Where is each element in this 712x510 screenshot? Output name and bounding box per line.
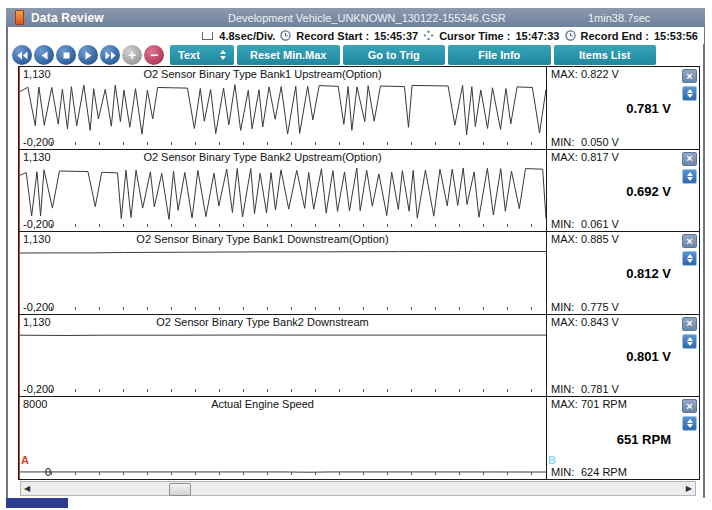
up-arrow-icon xyxy=(687,172,693,176)
min-label: MIN: xyxy=(551,301,581,313)
text-mode-dropdown[interactable]: Text xyxy=(170,45,234,65)
up-arrow-icon xyxy=(687,337,693,341)
min-value-row: MIN:0.050 V xyxy=(551,136,619,148)
clock-icon xyxy=(565,30,576,41)
cursor-a-line xyxy=(19,150,20,232)
down-arrow-icon xyxy=(687,94,693,98)
waveform-plot[interactable]: 1,130 O2 Sensor Binary Type Bank2 Downst… xyxy=(19,315,546,397)
go-to-trig-button[interactable]: Go to Trig xyxy=(343,45,446,65)
time-ticks xyxy=(51,307,542,310)
max-value-row: MAX:0.817 V xyxy=(551,151,619,163)
down-arrow-icon xyxy=(687,424,693,428)
spinner-arrows-icon xyxy=(220,50,226,60)
fast-forward-button[interactable] xyxy=(100,45,120,65)
min-value-row: MIN:0.775 V xyxy=(551,301,619,313)
close-icon: × xyxy=(686,317,692,329)
reorder-channel-button[interactable] xyxy=(682,169,697,184)
record-end-value: 15:53:56 xyxy=(654,30,698,42)
close-channel-button[interactable]: × xyxy=(682,152,697,166)
channel-panel-o2-bank1-downstream: 1,130 O2 Sensor Binary Type Bank1 Downst… xyxy=(19,232,699,315)
current-value: 651 RPM xyxy=(617,432,671,447)
min-label: MIN: xyxy=(551,136,581,148)
cursor-dots-icon xyxy=(423,30,434,41)
step-back-button[interactable] xyxy=(34,45,54,65)
min-label: MIN: xyxy=(551,466,581,478)
time-ticks xyxy=(51,472,542,475)
max-value: 0.885 V xyxy=(581,233,619,245)
waveform-plot[interactable]: 1,130 O2 Sensor Binary Type Bank2 Upstre… xyxy=(19,150,546,232)
time-division-icon xyxy=(202,32,213,40)
zoom-in-button[interactable]: + xyxy=(122,45,142,65)
close-channel-button[interactable]: × xyxy=(682,317,697,331)
reorder-channel-button[interactable] xyxy=(682,251,697,266)
stop-icon xyxy=(62,51,71,60)
scrollbar-thumb[interactable] xyxy=(169,483,191,496)
waveform-plot[interactable]: 8000 Actual Engine Speed 0 A xyxy=(19,397,546,479)
close-icon: × xyxy=(686,152,692,164)
cursor-a-line xyxy=(19,67,20,149)
play-icon xyxy=(84,51,93,60)
cursor-time-label: Cursor Time : xyxy=(439,30,510,42)
horizontal-scrollbar[interactable]: ◀ ▶ xyxy=(20,481,696,496)
zoom-out-button[interactable]: − xyxy=(144,45,164,65)
max-label: MAX: xyxy=(551,233,581,245)
reorder-channel-button[interactable] xyxy=(682,416,697,431)
play-button[interactable] xyxy=(78,45,98,65)
reset-minmax-button[interactable]: Reset Min.Max xyxy=(237,45,340,65)
minus-icon: − xyxy=(150,48,158,62)
max-value-row: MAX:0.843 V xyxy=(551,316,619,328)
stop-button[interactable] xyxy=(56,45,76,65)
channel-panel-engine-speed: 8000 Actual Engine Speed 0 A B MAX:701 R… xyxy=(19,397,699,479)
max-value-row: MAX:0.885 V xyxy=(551,233,619,245)
channel-title: Actual Engine Speed xyxy=(19,398,506,410)
toolbar-buttons: Text Reset Min.Max Go to Trig File Info … xyxy=(170,45,656,65)
min-value-row: MIN:0.061 V xyxy=(551,218,619,230)
reorder-channel-button[interactable] xyxy=(682,86,697,101)
file-info-button[interactable]: File Info xyxy=(448,45,551,65)
max-label: MAX: xyxy=(551,68,581,80)
record-end-label: Record End : xyxy=(581,30,649,42)
cursor-a-line xyxy=(19,397,20,479)
min-label: MIN: xyxy=(551,218,581,230)
min-value-row: MIN:624 RPM xyxy=(551,466,627,478)
window-border-right xyxy=(703,8,705,498)
clock-icon xyxy=(280,30,291,41)
scroll-right-arrow-icon[interactable]: ▶ xyxy=(686,484,692,494)
scale-min-label: -0,200 xyxy=(23,383,54,395)
close-channel-button[interactable]: × xyxy=(682,69,697,83)
close-channel-button[interactable]: × xyxy=(682,234,697,248)
rewind-button[interactable] xyxy=(12,45,32,65)
waveform-plot[interactable]: 1,130 O2 Sensor Binary Type Bank1 Downst… xyxy=(19,232,546,314)
channel-panel-o2-bank2-upstream: 1,130 O2 Sensor Binary Type Bank2 Upstre… xyxy=(19,150,699,233)
toolbar: + − Text Reset Min.Max Go to Trig File I… xyxy=(8,44,704,66)
max-value: 0.822 V xyxy=(581,68,619,80)
min-value: 0.050 V xyxy=(581,136,619,148)
max-label: MAX: xyxy=(551,316,581,328)
value-column: B MAX:701 RPM 651 RPM MIN:624 RPM × xyxy=(546,397,699,479)
value-column: MAX:0.885 V 0.812 V MIN:0.775 V × xyxy=(546,232,699,314)
transport-controls: + − xyxy=(12,45,164,65)
min-value: 0.775 V xyxy=(581,301,619,313)
down-arrow-icon xyxy=(687,259,693,263)
up-arrow-icon xyxy=(687,419,693,423)
scroll-left-arrow-icon[interactable]: ◀ xyxy=(24,484,30,494)
double-left-arrow-icon xyxy=(17,51,28,60)
items-list-button[interactable]: Items List xyxy=(554,45,657,65)
time-ticks xyxy=(51,142,542,145)
current-value: 0.692 V xyxy=(626,184,671,199)
max-value-row: MAX:0.822 V xyxy=(551,68,619,80)
record-start-value: 15:45:37 xyxy=(374,30,418,42)
close-channel-button[interactable]: × xyxy=(682,399,697,413)
info-bar: 4.8sec/Div. Record Start : 15:45:37 Curs… xyxy=(8,27,704,44)
time-ticks xyxy=(51,224,542,227)
time-division-label: 4.8sec/Div. xyxy=(219,30,275,42)
record-start-label: Record Start : xyxy=(296,30,369,42)
channel-title: O2 Sensor Binary Type Bank1 Downstream(O… xyxy=(19,233,506,245)
reorder-channel-button[interactable] xyxy=(682,334,697,349)
waveform-plot[interactable]: 1,130 O2 Sensor Binary Type Bank1 Upstre… xyxy=(19,67,546,149)
channel-panel-o2-bank1-upstream: 1,130 O2 Sensor Binary Type Bank1 Upstre… xyxy=(19,67,699,150)
value-column: MAX:0.817 V 0.692 V MIN:0.061 V × xyxy=(546,150,699,232)
channel-title: O2 Sensor Binary Type Bank1 Upstream(Opt… xyxy=(19,68,506,80)
close-icon: × xyxy=(686,235,692,247)
max-value: 0.817 V xyxy=(581,151,619,163)
